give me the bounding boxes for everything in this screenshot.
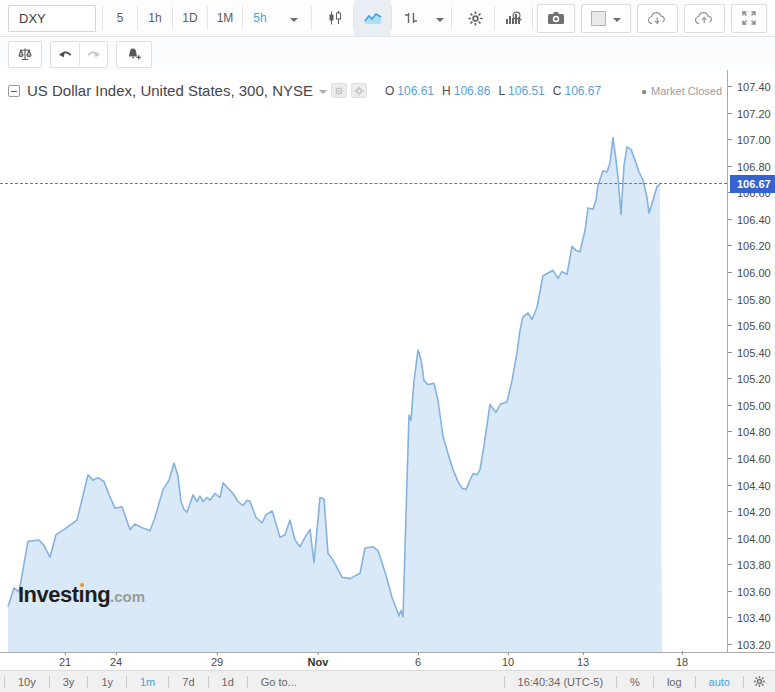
- hide-series-button[interactable]: [331, 83, 347, 98]
- interval-dropdown-button[interactable]: [277, 0, 311, 36]
- open-label: O: [385, 84, 394, 98]
- toolbar-separator: [532, 6, 533, 30]
- top-toolbar: DXY 5 1h 1D 1M 5h: [0, 0, 775, 37]
- interval-button-1h[interactable]: 1h: [138, 0, 172, 36]
- background-layout-button[interactable]: [581, 4, 631, 33]
- chart-properties-button[interactable]: [457, 0, 494, 36]
- ohlc-readout: O 106.61 H 106.86 L 106.51 C 106.67: [377, 84, 601, 98]
- minus-glyph: [11, 91, 17, 92]
- interval-button-5h-active[interactable]: 5h: [243, 0, 277, 36]
- chart-legend-header: US Dollar Index, United States, 300, NYS…: [8, 82, 601, 99]
- interval-button-1d[interactable]: 1D: [173, 0, 207, 36]
- toolbar-separator: [311, 6, 312, 30]
- area-fill: [8, 138, 662, 653]
- bottom-toolbar: 10y 3y 1y 1m 7d 1d Go to... 16:40:34 (UT…: [0, 670, 775, 692]
- redo-arrow-icon: [85, 48, 102, 61]
- scale-settings-button[interactable]: [744, 675, 775, 688]
- candlestick-icon: [326, 10, 344, 26]
- symbol-value: DXY: [19, 11, 46, 26]
- gear-icon: [753, 675, 766, 688]
- chart-pane[interactable]: US Dollar Index, United States, 300, NYS…: [0, 70, 727, 652]
- price-tick-label: 103.80: [737, 559, 771, 571]
- time-scale[interactable]: 21 24 29 Nov 6 10 13 18: [0, 653, 727, 671]
- price-tick-label: 106.40: [737, 214, 771, 226]
- investing-logo: Investıng.com: [18, 582, 145, 608]
- redo-button-disabled[interactable]: [79, 41, 107, 68]
- create-alert-button[interactable]: [116, 41, 152, 68]
- percent-scale-button[interactable]: %: [617, 676, 653, 688]
- line-style-chart-type-button[interactable]: [392, 0, 429, 36]
- price-tick-label: 105.00: [737, 400, 771, 412]
- candlestick-chart-type-button[interactable]: [316, 0, 353, 36]
- range-button-1y[interactable]: 1y: [88, 676, 126, 688]
- clock-timezone-button[interactable]: 16:40:34 (UTC-5): [505, 676, 617, 688]
- time-tick-label-month: Nov: [308, 656, 329, 668]
- price-tick-label: 103.60: [737, 586, 771, 598]
- time-tick-label: 29: [211, 656, 223, 668]
- time-tick-label: 18: [676, 656, 688, 668]
- chart-application-window: DXY 5 1h 1D 1M 5h: [0, 0, 775, 692]
- cloud-upload-icon: [694, 11, 715, 26]
- price-tick-label: 104.00: [737, 533, 771, 545]
- open-value: 106.61: [397, 84, 434, 98]
- price-tick-label: 107.40: [737, 81, 771, 93]
- indicators-button[interactable]: [495, 0, 532, 36]
- time-tick-label: 24: [110, 656, 122, 668]
- interval-button-5[interactable]: 5: [103, 0, 137, 36]
- compare-button[interactable]: [8, 41, 42, 68]
- range-button-10y[interactable]: 10y: [5, 676, 49, 688]
- scales-icon: [17, 46, 33, 62]
- price-tick-label: 105.20: [737, 373, 771, 385]
- range-button-7d[interactable]: 7d: [169, 676, 207, 688]
- undo-button[interactable]: [51, 41, 79, 68]
- symbol-input[interactable]: DXY: [8, 5, 96, 32]
- range-button-1m-active[interactable]: 1m: [127, 676, 168, 688]
- price-area-chart[interactable]: [0, 70, 727, 652]
- market-status-badge: ●Market Closed: [641, 85, 722, 97]
- price-tick-label: 103.40: [737, 612, 771, 624]
- fullscreen-expand-icon: [741, 10, 757, 26]
- logo-orange-dot: [80, 583, 84, 587]
- close-value: 106.67: [564, 84, 601, 98]
- secondary-toolbar: [0, 38, 775, 70]
- price-tick-label: 104.60: [737, 453, 771, 465]
- load-chart-button[interactable]: [637, 4, 678, 33]
- gear-icon: [353, 85, 365, 97]
- time-tick-label: 10: [502, 656, 514, 668]
- fullscreen-button[interactable]: [731, 4, 767, 33]
- eye-icon: [333, 85, 345, 97]
- last-price-label: 106.67: [730, 175, 775, 193]
- goto-date-button[interactable]: Go to...: [248, 676, 310, 688]
- top-toolbar-right-group: [537, 0, 775, 37]
- interval-button-1m[interactable]: 1M: [208, 0, 242, 36]
- gear-icon: [467, 10, 484, 27]
- collapse-legend-icon[interactable]: [8, 85, 20, 97]
- chevron-down-icon: [436, 18, 444, 26]
- snapshot-button[interactable]: [537, 4, 575, 33]
- chart-title: US Dollar Index, United States, 300, NYS…: [27, 82, 313, 99]
- area-chart-type-button[interactable]: [354, 0, 391, 36]
- price-scale[interactable]: 107.40 107.20 107.00 106.80 106.60 106.4…: [728, 70, 775, 652]
- layout-square-icon: [591, 11, 606, 26]
- price-tick-label: 103.20: [737, 639, 771, 651]
- price-tick-label: 105.40: [737, 347, 771, 359]
- series-settings-button[interactable]: [351, 83, 367, 98]
- undo-redo-group: [50, 41, 108, 68]
- chart-type-dropdown-button[interactable]: [429, 0, 451, 36]
- price-tick-label: 106.20: [737, 240, 771, 252]
- log-scale-button[interactable]: log: [654, 676, 695, 688]
- chevron-down-icon: [613, 18, 621, 26]
- price-tick-label: 104.80: [737, 426, 771, 438]
- close-label: C: [553, 84, 562, 98]
- chevron-down-icon: [290, 18, 298, 26]
- cloud-download-icon: [647, 11, 668, 26]
- low-label: L: [498, 84, 505, 98]
- last-price-dashed-line: [0, 183, 727, 184]
- toolbar-separator: [451, 6, 452, 30]
- symbol-dropdown-icon[interactable]: [319, 90, 327, 98]
- auto-scale-button[interactable]: auto: [696, 676, 743, 688]
- range-button-3y[interactable]: 3y: [50, 676, 88, 688]
- save-chart-button[interactable]: [684, 4, 725, 33]
- range-button-1d[interactable]: 1d: [209, 676, 247, 688]
- camera-icon: [547, 11, 565, 25]
